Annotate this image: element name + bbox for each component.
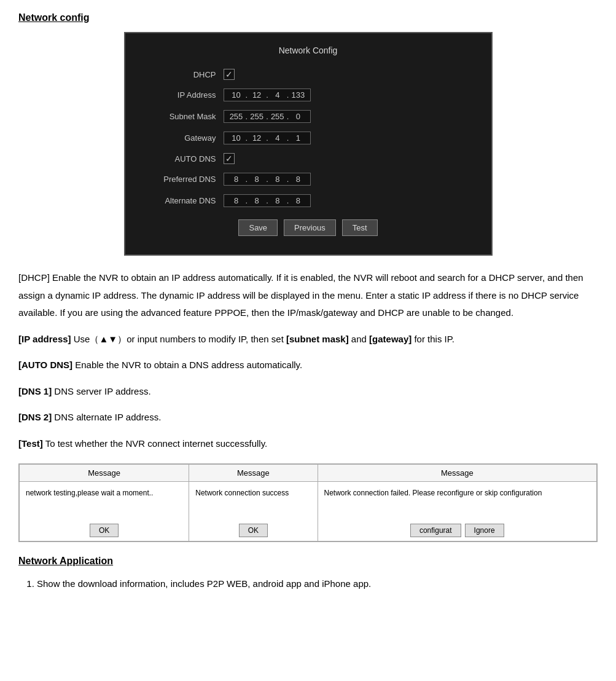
section2-title: Network Application (18, 556, 598, 567)
msg-ok-btn-1[interactable]: OK (90, 524, 119, 537)
subnet-mask-field[interactable]: . . . (224, 110, 311, 123)
message-table-row: network testing,please wait a moment.. O… (20, 482, 597, 541)
alternate-dns-row: Alternate DNS . . . (144, 194, 473, 207)
ip-seg-2[interactable] (248, 90, 265, 100)
network-config-diagram: Network Config DHCP ✓ IP Address . . . S… (18, 32, 598, 256)
gateway-row: Gateway . . . (144, 132, 473, 144)
subnet-seg-2[interactable] (248, 112, 265, 121)
auto-dns-checkbox[interactable]: ✓ (224, 153, 235, 164)
msg-ignore-btn[interactable]: Ignore (465, 524, 504, 537)
dhcp-row: DHCP ✓ (144, 69, 473, 80)
msg-btn-row-3: configurat Ignore (324, 524, 591, 537)
message-cell-2: Network connection success OK (189, 482, 318, 541)
ip-dot-3: . (287, 90, 289, 100)
pdns-seg-2[interactable] (248, 175, 265, 184)
subnet-bold: [subnet mask] (286, 334, 349, 344)
gateway-label: Gateway (144, 133, 224, 143)
pdns-dot-1: . (246, 175, 248, 184)
subnet-seg-1[interactable] (228, 112, 245, 121)
msg-content-2: Network connection success (195, 488, 311, 519)
subnet-seg-3[interactable] (269, 112, 286, 121)
subnet-dot-2: . (266, 112, 268, 121)
dns2-description: [DNS 2] DNS alternate IP address. (18, 409, 598, 427)
ip-desc-mid: Use（▲▼）or input numbers to modify IP, th… (71, 334, 286, 344)
auto-dns-value: ✓ (224, 153, 235, 164)
auto-dns-description: [AUTO DNS] Enable the NVR to obtain a DN… (18, 356, 598, 374)
alternate-dns-field[interactable]: . . . (224, 194, 311, 207)
gateway-field[interactable]: . . . (224, 132, 311, 144)
message-col-2-header: Message (189, 465, 318, 482)
preferred-dns-row: Preferred DNS . . . (144, 173, 473, 186)
ip-address-row: IP Address . . . (144, 89, 473, 101)
subnet-mask-label: Subnet Mask (144, 112, 224, 121)
dns1-prefix: [DNS 1] (18, 386, 52, 396)
auto-dns-row: AUTO DNS ✓ (144, 153, 473, 164)
adns-seg-1[interactable] (228, 196, 245, 205)
pdns-dot-3: . (287, 175, 289, 184)
msg-content-1: network testing,please wait a moment.. (26, 488, 182, 519)
pdns-seg-3[interactable] (269, 175, 286, 184)
auto-dns-prefix: [AUTO DNS] (18, 360, 72, 370)
message-table: Message Message Message network testing,… (19, 464, 597, 541)
gateway-seg-4[interactable] (289, 133, 306, 143)
test-button[interactable]: Test (342, 219, 378, 236)
dhcp-desc-text: [DHCP] Enable the NVR to obtain an IP ad… (18, 269, 598, 322)
msg-btn-row-2: OK (195, 524, 311, 537)
ip-desc-and: and (349, 334, 369, 344)
gateway-seg-3[interactable] (269, 133, 286, 143)
msg-configurat-btn[interactable]: configurat (410, 524, 461, 537)
ip-address-field[interactable]: . . . (224, 89, 311, 101)
dhcp-value: ✓ (224, 69, 235, 80)
message-col-1-header: Message (20, 465, 189, 482)
adns-dot-2: . (266, 196, 268, 205)
dns2-desc-body: DNS alternate IP address. (52, 412, 161, 422)
pdns-dot-2: . (266, 175, 268, 184)
auto-dns-label: AUTO DNS (144, 154, 224, 163)
panel-button-row: Save Previous Test (144, 219, 473, 236)
msg-ok-btn-2[interactable]: OK (239, 524, 268, 537)
save-button[interactable]: Save (238, 219, 278, 236)
test-desc-body: To test whether the NVR connect internet… (43, 438, 267, 449)
adns-seg-4[interactable] (289, 196, 306, 205)
pdns-seg-1[interactable] (228, 175, 245, 184)
gateway-dot-2: . (266, 133, 268, 143)
test-prefix: [Test] (18, 438, 43, 449)
dhcp-description: [DHCP] Enable the NVR to obtain an IP ad… (18, 269, 598, 322)
message-cell-1: network testing,please wait a moment.. O… (20, 482, 189, 541)
preferred-dns-label: Preferred DNS (144, 175, 224, 184)
ip-description: [IP address] Use（▲▼）or input numbers to … (18, 331, 598, 348)
adns-seg-3[interactable] (269, 196, 286, 205)
dhcp-checkbox[interactable]: ✓ (224, 69, 235, 80)
ip-seg-1[interactable] (228, 90, 245, 100)
ip-dot-1: . (246, 90, 248, 100)
config-panel: Network Config DHCP ✓ IP Address . . . S… (124, 32, 493, 256)
dns1-desc-text: [DNS 1] DNS server IP address. (18, 383, 598, 401)
adns-seg-2[interactable] (248, 196, 265, 205)
adns-dot-3: . (287, 196, 289, 205)
gateway-bold: [gateway] (369, 334, 411, 344)
subnet-dot-1: . (246, 112, 248, 121)
dns1-description: [DNS 1] DNS server IP address. (18, 383, 598, 401)
test-desc-text: [Test] To test whether the NVR connect i… (18, 435, 598, 453)
message-table-header-row: Message Message Message (20, 465, 597, 482)
ip-seg-3[interactable] (269, 90, 286, 100)
network-app-list: Show the download information, includes … (37, 575, 598, 593)
msg-btn-row-1: OK (26, 524, 182, 537)
message-cell-3: Network connection failed. Please reconf… (318, 482, 597, 541)
gateway-dot-3: . (287, 133, 289, 143)
previous-button[interactable]: Previous (284, 219, 336, 236)
ip-desc-end: for this IP. (411, 334, 454, 344)
preferred-dns-field[interactable]: . . . (224, 173, 311, 186)
subnet-mask-row: Subnet Mask . . . (144, 110, 473, 123)
test-description: [Test] To test whether the NVR connect i… (18, 435, 598, 453)
panel-title: Network Config (144, 45, 473, 55)
subnet-seg-4[interactable] (289, 112, 306, 121)
dns2-desc-text: [DNS 2] DNS alternate IP address. (18, 409, 598, 427)
gateway-seg-1[interactable] (228, 133, 245, 143)
message-table-wrapper: Message Message Message network testing,… (18, 463, 598, 542)
msg-content-3: Network connection failed. Please reconf… (324, 488, 591, 519)
gateway-seg-2[interactable] (248, 133, 265, 143)
pdns-seg-4[interactable] (289, 175, 306, 184)
auto-dns-desc-text: [AUTO DNS] Enable the NVR to obtain a DN… (18, 356, 598, 374)
ip-seg-4[interactable] (289, 90, 306, 100)
